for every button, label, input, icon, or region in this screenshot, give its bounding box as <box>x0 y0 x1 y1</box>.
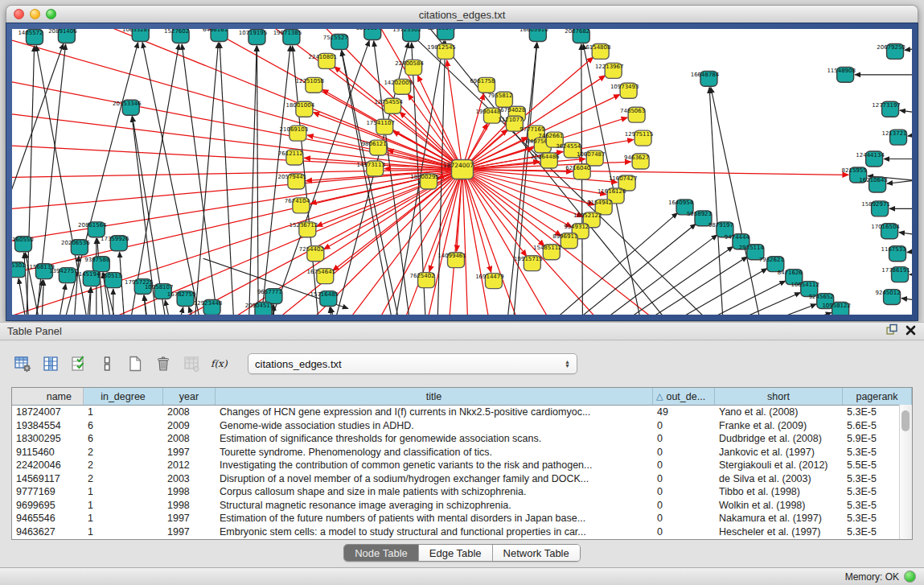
graph-node-label: 22400584 <box>395 60 424 67</box>
sort-ascending-icon: △ <box>656 391 663 402</box>
table-vertical-scrollbar[interactable] <box>899 405 912 539</box>
table-cell: Disruption of a novel member of a sodium… <box>216 473 653 484</box>
minimize-window-button[interactable] <box>30 9 40 19</box>
table-row[interactable]: 977716911998Corpus callosum shape and si… <box>12 485 912 499</box>
table-settings-icon[interactable] <box>11 352 34 375</box>
graph-node-label: 20153346 <box>113 101 142 107</box>
table-cell: 9777169 <box>12 486 84 497</box>
table-cell: Estimation of significance thresholds fo… <box>216 433 653 444</box>
delete-table-icon[interactable] <box>152 352 175 375</box>
graph-node-label: 11616126 <box>598 188 626 195</box>
column-header-name[interactable]: name <box>12 388 84 405</box>
graph-node-label: 18952122 <box>573 212 602 219</box>
zoom-window-button[interactable] <box>46 9 56 19</box>
tab-node-table[interactable]: Node Table <box>344 545 419 561</box>
column-header-short[interactable]: short <box>715 388 843 405</box>
table-row[interactable]: 969969511998Structural magnetic resonanc… <box>12 499 912 513</box>
table-cell: Structural magnetic resonance image aver… <box>216 500 653 511</box>
graph-node-label: 1405572 <box>18 30 43 36</box>
graph-node-label: 12213967 <box>595 64 624 70</box>
graph-node-label: 11607427 <box>609 175 638 182</box>
graph-node-label: 9474444 <box>725 234 750 241</box>
tab-network-table[interactable]: Network Table <box>493 545 580 561</box>
function-builder-icon[interactable]: f(x) <box>208 352 231 375</box>
table-cell: Corpus callosum shape and size in male p… <box>216 486 653 497</box>
network-canvas[interactable]: 1872400718300295145731139806121175411071… <box>12 29 912 315</box>
table-row[interactable]: 946554611997Estimation of the future num… <box>12 512 912 525</box>
close-panel-icon[interactable] <box>906 324 916 339</box>
graph-node-label: 12923448 <box>194 300 223 307</box>
node-attribute-table: name in_degree year title △ out_de... sh… <box>11 387 913 540</box>
graph-node-label: 5958923 <box>687 211 712 217</box>
graph-node-label: 12444134 <box>856 152 885 159</box>
table-cell: Jankovic et al. (1997) <box>715 447 843 458</box>
graph-node-label: 15485112 <box>533 245 562 251</box>
graph-node-label: 16154808 <box>582 44 611 51</box>
graph-node-label: 7932621 <box>759 257 784 263</box>
graph-node-label: 8996911 <box>552 233 577 240</box>
close-window-button[interactable] <box>14 9 24 19</box>
table-cell: 0 <box>653 459 715 471</box>
column-header-in-degree[interactable]: in_degree <box>84 388 163 405</box>
column-header-title[interactable]: title <box>216 388 653 405</box>
table-row[interactable]: 946362711997Embryonic stem cells: a mode… <box>12 525 912 539</box>
graph-node-label: 15723302 <box>392 29 421 33</box>
table-cell: 1 <box>84 500 163 511</box>
table-cell: 2008 <box>163 433 216 444</box>
table-row[interactable]: 2242004622012Investigating the contribut… <box>12 459 912 472</box>
table-cell: de Silva et al. (2003) <box>715 473 843 484</box>
graph-node-label: 10654112 <box>791 282 819 288</box>
table-cell: 1 <box>84 406 163 418</box>
graph-node-label: 18001004 <box>286 102 315 109</box>
graph-node-label: 7674104 <box>285 198 310 204</box>
graph-node-label: 6466161 <box>203 29 228 33</box>
column-visibility-icon[interactable] <box>39 352 62 375</box>
graph-node-label: 8811304 <box>356 29 382 31</box>
graph-node-label: 7612112 <box>278 150 303 157</box>
scrollbar-thumb[interactable] <box>901 410 910 431</box>
graph-node-label: 17359926 <box>101 236 129 242</box>
table-cell: 0 <box>653 513 715 524</box>
column-header-year[interactable]: year <box>163 388 216 405</box>
new-table-icon[interactable] <box>124 352 146 375</box>
graph-node-label: 12754554 <box>374 99 403 105</box>
column-header-pagerank[interactable]: pagerank <box>843 388 912 405</box>
table-cell: 0 <box>653 526 715 538</box>
table-cell: Hescheler et al. (1997) <box>715 526 843 538</box>
table-cell: 18724007 <box>12 406 84 418</box>
graph-node-label: 10607487 <box>577 151 606 158</box>
graph-node-label: 1167533 <box>881 246 906 253</box>
graph-node-label: 17541107 <box>366 120 395 126</box>
table-row[interactable]: 1456911722003Disruption of a novel membe… <box>12 472 912 486</box>
float-panel-icon[interactable] <box>885 323 897 339</box>
table-row[interactable]: 1872400712008Changes of HCN gene express… <box>12 406 912 419</box>
graph-node-label: 9879197 <box>708 222 733 229</box>
graph-node-label: 9245012 <box>876 290 901 296</box>
graph-node-label: 10958107 <box>145 284 174 290</box>
table-header-row: name in_degree year title △ out_de... sh… <box>12 388 912 406</box>
column-header-out-degree[interactable]: △ out_de... <box>653 388 715 405</box>
graph-node-label: 20891406 <box>48 29 77 35</box>
table-panel-header: Table Panel <box>0 322 924 340</box>
table-cell: 1997 <box>163 513 216 524</box>
table-row[interactable]: 1830029562008Estimation of significance … <box>12 432 912 446</box>
graph-node-label: 21069103 <box>280 126 309 133</box>
graph-node-label: 19671385 <box>273 30 302 36</box>
toggle-rows-icon[interactable] <box>96 352 118 375</box>
table-cell: 2 <box>84 459 163 471</box>
table-row[interactable]: 911546021997Tourette syndrome. Phenomeno… <box>12 446 912 459</box>
table-row[interactable]: 1938455462009Genome-wide association stu… <box>12 419 912 433</box>
tab-edge-table[interactable]: Edge Table <box>419 545 493 561</box>
network-table-select[interactable]: citations_edges.txt ▲▼ <box>248 353 577 374</box>
network-window-titlebar[interactable]: citations_edges.txt <box>6 5 918 24</box>
graph-node-label: 16648784 <box>691 72 720 78</box>
table-cell: 0 <box>653 420 715 431</box>
table-cell: 6 <box>84 420 163 431</box>
table-cell: 1998 <box>163 486 216 497</box>
graph-node-label: 2935114 <box>739 245 765 251</box>
row-select-icon[interactable] <box>68 352 90 375</box>
memory-ok-indicator-icon[interactable] <box>904 571 916 583</box>
graph-node-label: 16914479 <box>475 274 504 280</box>
table-toolbar: f(x) citations_edges.txt ▲▼ <box>11 348 577 380</box>
network-window[interactable]: citations_edges.txt 18724007183002951457… <box>6 5 918 321</box>
